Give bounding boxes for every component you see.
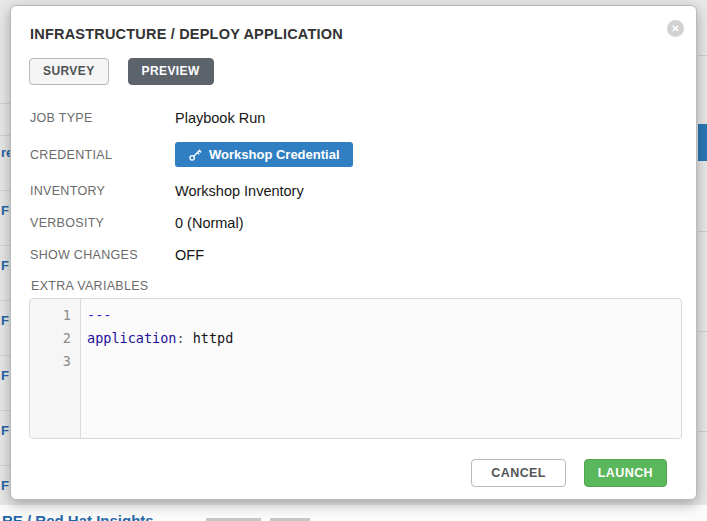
yaml-colon: : <box>176 330 184 346</box>
credential-badge[interactable]: Workshop Credential <box>175 142 353 167</box>
cancel-button[interactable]: CANCEL <box>471 459 565 487</box>
backdrop-row-divider <box>0 410 10 411</box>
credential-label: CREDENTIAL <box>30 148 175 162</box>
verbosity-label: VERBOSITY <box>30 216 175 230</box>
backdrop-row-divider <box>698 331 707 332</box>
backdrop-row-divider <box>0 103 10 104</box>
backdrop-bottom-row: RE / Red Hat Insights <box>0 505 707 521</box>
backdrop-row-divider <box>0 245 10 246</box>
close-icon[interactable]: ✕ <box>667 20 684 37</box>
job-details: JOB TYPE Playbook Run CREDENTIAL <box>30 110 677 439</box>
verbosity-value: 0 (Normal) <box>175 215 243 231</box>
detail-row-inventory: INVENTORY Workshop Inventory <box>30 183 677 199</box>
backdrop-link-fragment: F <box>1 313 10 329</box>
backdrop-row-divider <box>0 465 10 466</box>
job-type-label: JOB TYPE <box>30 111 175 125</box>
detail-row-verbosity: VERBOSITY 0 (Normal) <box>30 215 677 231</box>
backdrop-blue-element <box>698 124 707 161</box>
backdrop-bottom-link-fragment: RE / Red Hat Insights <box>2 512 154 521</box>
extra-variables-label: EXTRA VARIABLES <box>31 279 677 293</box>
inventory-value: Workshop Inventory <box>175 183 304 199</box>
deploy-application-modal: INFRASTRUCTURE / DEPLOY APPLICATION ✕ SU… <box>10 5 697 500</box>
yaml-value: httpd <box>185 330 234 346</box>
tab-preview[interactable]: PREVIEW <box>128 58 214 85</box>
line-number: 1 <box>30 304 71 327</box>
editor-line-numbers: 1 2 3 <box>30 299 81 438</box>
yaml-doc-separator: --- <box>87 307 111 323</box>
modal-title: INFRASTRUCTURE / DEPLOY APPLICATION <box>30 26 343 42</box>
detail-row-credential: CREDENTIAL Workshop Credential <box>30 142 677 167</box>
modal-tabs: SURVEY PREVIEW <box>29 58 214 85</box>
launch-button[interactable]: LAUNCH <box>584 459 667 487</box>
extra-variables-editor: 1 2 3 --- application: httpd <box>29 298 682 439</box>
backdrop-row-divider <box>0 300 10 301</box>
backdrop-row-divider <box>0 190 10 191</box>
backdrop-row-divider <box>0 355 10 356</box>
detail-row-job-type: JOB TYPE Playbook Run <box>30 110 677 126</box>
tab-survey[interactable]: SURVEY <box>29 58 109 85</box>
backdrop-link-fragment: F <box>1 368 10 384</box>
inventory-label: INVENTORY <box>30 184 175 198</box>
screen: re F F F F F F RE / Red Hat Insights INF… <box>0 0 707 521</box>
detail-row-show-changes: SHOW CHANGES OFF <box>30 247 677 263</box>
credential-badge-label: Workshop Credential <box>209 147 340 162</box>
backdrop-link-fragment: F <box>1 258 10 274</box>
key-icon <box>188 148 202 162</box>
backdrop-link-fragment: re <box>1 145 10 161</box>
code-line: --- <box>87 304 681 327</box>
show-changes-label: SHOW CHANGES <box>30 248 175 262</box>
line-number: 2 <box>30 327 71 350</box>
job-type-value: Playbook Run <box>175 110 265 126</box>
backdrop-link-fragment: F <box>1 203 10 219</box>
line-number: 3 <box>30 350 71 373</box>
modal-footer: CANCEL LAUNCH <box>471 459 667 487</box>
backdrop-link-fragment: F <box>1 478 10 494</box>
backdrop-row-divider <box>0 135 10 136</box>
editor-code-area[interactable]: --- application: httpd <box>81 299 681 438</box>
code-line: application: httpd <box>87 327 681 350</box>
backdrop-row-divider <box>698 55 707 56</box>
backdrop-row-divider <box>698 231 707 232</box>
backdrop-link-fragment: F <box>1 423 10 439</box>
backdrop-row-divider <box>698 431 707 432</box>
show-changes-value: OFF <box>175 247 204 263</box>
yaml-key: application <box>87 330 176 346</box>
